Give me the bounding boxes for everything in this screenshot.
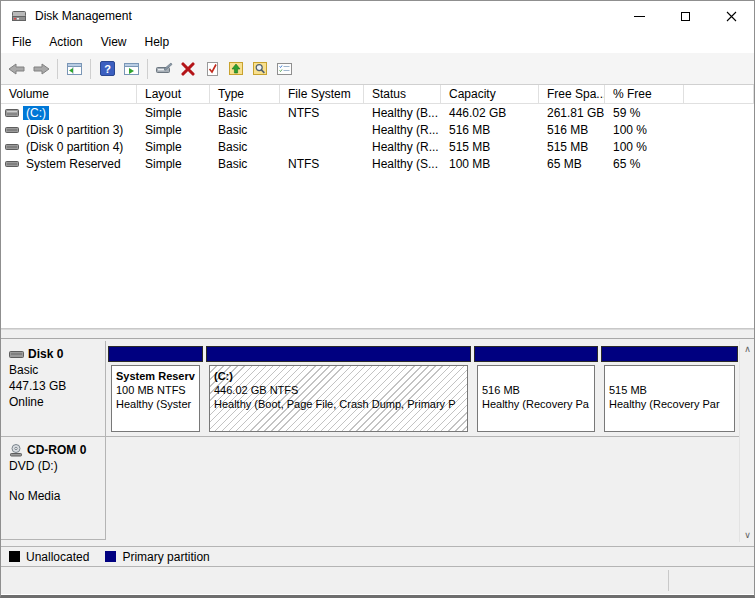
layout-cell: Simple	[137, 157, 210, 171]
partition-recovery-1[interactable]: 516 MB Healthy (Recovery Pa	[474, 346, 598, 433]
drive-icon	[5, 108, 19, 118]
column-header-type[interactable]: Type	[210, 85, 280, 103]
free-space-cell: 261.81 GB	[539, 106, 605, 120]
type-cell: Basic	[210, 106, 280, 120]
help-button[interactable]: ?	[95, 57, 119, 81]
column-header-volume[interactable]: Volume	[1, 85, 137, 103]
show-action-pane-button[interactable]	[119, 57, 143, 81]
column-header-file-system[interactable]: File System	[280, 85, 364, 103]
disk0-partition-strip: System Reserv 100 MB NTFS Healthy (Syste…	[108, 346, 738, 433]
primary-partition-swatch	[105, 551, 116, 562]
free-space-cell: 515 MB	[539, 140, 605, 154]
folder-search-button[interactable]	[248, 57, 272, 81]
minimize-button[interactable]	[616, 1, 662, 31]
status-bar-divider	[668, 570, 669, 591]
primary-partition-label: Primary partition	[122, 550, 209, 564]
percent-free-cell: 65 %	[605, 157, 684, 171]
folder-up-button[interactable]	[224, 57, 248, 81]
menu-bar: File Action View Help	[1, 31, 754, 53]
close-button[interactable]	[708, 1, 754, 31]
layout-cell: Simple	[137, 106, 210, 120]
partition-info: 446.02 GB NTFS	[214, 383, 467, 397]
disk-management-window: Disk Management File Action View Help	[0, 0, 755, 598]
check-document-button[interactable]	[200, 57, 224, 81]
device-tool-button[interactable]	[152, 57, 176, 81]
column-header-percent-free[interactable]: % Free	[605, 85, 684, 103]
menu-action[interactable]: Action	[40, 32, 91, 52]
unallocated-swatch	[9, 551, 20, 562]
scroll-down-icon[interactable]: ∨	[740, 527, 755, 542]
primary-partition-band	[108, 346, 203, 362]
primary-partition-band	[601, 346, 738, 362]
delete-volume-button[interactable]	[176, 57, 200, 81]
volume-name: (C:)	[23, 106, 49, 120]
volume-row-c[interactable]: (C:) Simple Basic NTFS Healthy (B... 446…	[1, 104, 754, 121]
show-console-tree-button[interactable]	[62, 57, 86, 81]
column-header-status[interactable]: Status	[364, 85, 441, 103]
partition-system-reserved[interactable]: System Reserv 100 MB NTFS Healthy (Syste…	[108, 346, 203, 433]
properties-list-icon	[276, 62, 293, 76]
show-action-pane-icon	[123, 62, 140, 76]
drive-icon	[5, 142, 19, 152]
volume-row-partition4[interactable]: (Disk 0 partition 4) Simple Basic Health…	[1, 138, 754, 155]
cdrom-icon	[9, 444, 23, 457]
partition-title: (C:)	[214, 369, 467, 383]
percent-free-cell: 100 %	[605, 140, 684, 154]
cdrom-status: No Media	[9, 489, 101, 503]
partition-status: Healthy (Recovery Pa	[482, 397, 594, 411]
partition-info: 515 MB	[609, 383, 734, 397]
maximize-button[interactable]	[662, 1, 708, 31]
partition-title: System Reserv	[116, 369, 199, 383]
vertical-scrollbar[interactable]: ∧ ∨	[739, 341, 754, 542]
partition-status: Healthy (Recovery Par	[609, 397, 734, 411]
column-header-filler	[684, 85, 754, 103]
folder-up-icon	[228, 61, 244, 76]
drive-icon	[5, 159, 19, 169]
file-system-cell: NTFS	[280, 106, 364, 120]
volume-row-partition3[interactable]: (Disk 0 partition 3) Simple Basic Health…	[1, 121, 754, 138]
column-header-capacity[interactable]: Capacity	[441, 85, 539, 103]
column-header-free-space[interactable]: Free Spa...	[539, 85, 605, 103]
partition-info: 100 MB NTFS	[116, 383, 199, 397]
help-icon: ?	[100, 61, 115, 76]
check-document-icon	[205, 61, 220, 77]
capacity-cell: 100 MB	[441, 157, 539, 171]
partition-title	[482, 369, 594, 383]
title-bar: Disk Management	[1, 1, 754, 31]
unallocated-label: Unallocated	[26, 550, 89, 564]
maximize-icon	[681, 12, 690, 21]
forward-button[interactable]	[29, 57, 53, 81]
disk0-type: Basic	[9, 363, 101, 377]
percent-free-cell: 59 %	[605, 106, 684, 120]
partition-recovery-2[interactable]: 515 MB Healthy (Recovery Par	[601, 346, 738, 433]
free-space-cell: 516 MB	[539, 123, 605, 137]
device-tool-icon	[155, 62, 173, 75]
status-cell: Healthy (S...	[364, 157, 441, 171]
folder-search-icon	[252, 61, 268, 76]
volume-row-system-reserved[interactable]: System Reserved Simple Basic NTFS Health…	[1, 155, 754, 172]
disk0-label-panel[interactable]: Disk 0 Basic 447.13 GB Online	[1, 341, 106, 436]
volume-list-header: Volume Layout Type File System Status Ca…	[1, 85, 754, 104]
percent-free-cell: 100 %	[605, 123, 684, 137]
menu-file[interactable]: File	[3, 32, 40, 52]
back-button[interactable]	[5, 57, 29, 81]
scroll-up-icon[interactable]: ∧	[740, 341, 755, 356]
partition-c[interactable]: (C:) 446.02 GB NTFS Healthy (Boot, Page …	[206, 346, 471, 433]
cdrom-label-panel[interactable]: CD-ROM 0 DVD (D:) No Media	[1, 437, 106, 540]
partition-status: Healthy (Boot, Page File, Crash Dump, Pr…	[214, 397, 467, 411]
forward-icon	[32, 63, 50, 75]
column-header-layout[interactable]: Layout	[137, 85, 210, 103]
menu-view[interactable]: View	[92, 32, 136, 52]
cdrom-name: CD-ROM 0	[27, 443, 86, 457]
delete-icon	[181, 62, 195, 76]
partition-info: 516 MB	[482, 383, 594, 397]
disk0-status: Online	[9, 395, 101, 409]
toolbar-separator	[90, 59, 91, 79]
properties-list-button[interactable]	[272, 57, 296, 81]
menu-help[interactable]: Help	[136, 32, 179, 52]
primary-partition-band	[206, 346, 471, 362]
drive-icon	[5, 125, 19, 135]
svg-text:?: ?	[104, 63, 111, 75]
disk-icon	[9, 350, 24, 359]
splitter-handle[interactable]	[1, 329, 754, 339]
